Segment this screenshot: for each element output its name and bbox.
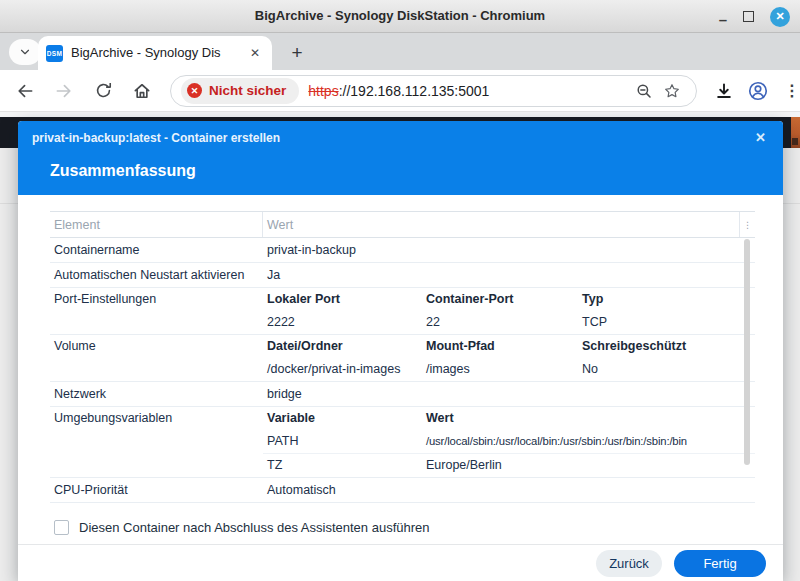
- column-menu-icon[interactable]: ⋮: [739, 212, 755, 237]
- back-button[interactable]: [8, 74, 42, 108]
- sub-value-line: TZEurope/Berlin: [263, 453, 755, 477]
- sub-value: /usr/local/sbin:/usr/local/bin:/usr/sbin…: [422, 430, 755, 453]
- forward-button[interactable]: [47, 74, 81, 108]
- sub-header: Variable: [263, 407, 422, 430]
- new-tab-button[interactable]: +: [284, 40, 310, 66]
- sub-header: Schreibgeschützt: [578, 335, 755, 358]
- table-row[interactable]: UmgebungsvariablenVariableWertPATH/usr/l…: [50, 407, 755, 478]
- window-close-button[interactable]: ✕: [770, 7, 790, 27]
- desktop-wallpaper-edge: [791, 117, 800, 148]
- dsm-favicon-icon: DSM: [46, 45, 63, 62]
- sub-header-line: Lokaler PortContainer-PortTyp: [263, 288, 755, 311]
- sub-value-line: PATH/usr/local/sbin:/usr/local/bin:/usr/…: [263, 430, 755, 453]
- download-icon: [714, 81, 734, 101]
- row-value-text: privat-in-backup: [263, 238, 755, 262]
- row-value-area: privat-in-backup: [263, 238, 755, 262]
- column-header-wert[interactable]: Wert: [263, 212, 739, 237]
- row-label: Containername: [50, 238, 263, 262]
- sub-value: TCP: [578, 311, 755, 334]
- table-row[interactable]: VolumeDatei/OrdnerMount-PfadSchreibgesch…: [50, 335, 755, 382]
- summary-table: Element Wert ⋮ Containernameprivat-in-ba…: [50, 211, 755, 503]
- sub-header: Typ: [578, 288, 755, 311]
- address-bar[interactable]: ✕ Nicht sicher https://192.168.112.135:5…: [170, 75, 697, 107]
- home-button[interactable]: [125, 74, 159, 108]
- window-controls: – ✕: [719, 0, 790, 33]
- magnifier-minus-icon: [635, 82, 653, 100]
- row-value-area: Automatisch: [263, 478, 755, 502]
- maximize-button[interactable]: [743, 11, 754, 22]
- not-secure-icon: ✕: [187, 83, 202, 98]
- sub-header-line: VariableWert: [263, 407, 755, 430]
- three-dots-icon: ⋮: [784, 81, 800, 100]
- row-value-text: Automatisch: [263, 478, 755, 502]
- dialog-title: privat-in-backup:latest - Container erst…: [32, 131, 280, 145]
- finish-button[interactable]: Fertig: [674, 550, 766, 577]
- row-label: Netzwerk: [50, 382, 263, 406]
- toolbar-actions: ⋮: [707, 74, 800, 108]
- table-scrollbar[interactable]: [744, 239, 750, 465]
- row-value-text: Ja: [263, 263, 755, 287]
- row-label: Automatischen Neustart aktivieren: [50, 263, 263, 287]
- url-scheme: https: [308, 83, 338, 99]
- sub-value: TZ: [263, 454, 422, 477]
- back-step-button[interactable]: Zurück: [596, 550, 662, 577]
- download-button[interactable]: [707, 74, 741, 108]
- browser-tab[interactable]: DSM BigArchive - Synology Dis ✕: [38, 36, 272, 70]
- sub-value: Europe/Berlin: [422, 454, 755, 477]
- sub-header: Wert: [422, 407, 755, 430]
- row-value-area: Datei/OrdnerMount-PfadSchreibgeschützt/d…: [263, 335, 755, 381]
- url-text[interactable]: https://192.168.112.135:5001: [308, 83, 489, 99]
- reload-icon: [94, 81, 113, 100]
- star-icon: [663, 82, 681, 100]
- checkbox-label: Diesen Container nach Abschluss des Assi…: [79, 520, 430, 535]
- window-title: BigArchive - Synology DiskStation - Chro…: [0, 0, 800, 32]
- window-titlebar: BigArchive - Synology DiskStation - Chro…: [0, 0, 800, 33]
- row-value: Automatisch: [263, 478, 755, 502]
- sub-header: Container-Port: [422, 288, 578, 311]
- sub-value: No: [578, 358, 755, 381]
- minimize-button[interactable]: –: [719, 15, 727, 25]
- profile-icon: [747, 80, 769, 102]
- bookmark-button[interactable]: [658, 77, 686, 105]
- url-rest: ://192.168.112.135:5001: [339, 83, 490, 99]
- table-row[interactable]: Automatischen Neustart aktivierenJa: [50, 263, 755, 288]
- table-row[interactable]: Port-EinstellungenLokaler PortContainer-…: [50, 288, 755, 335]
- dialog-close-button[interactable]: ✕: [751, 128, 770, 147]
- sub-header-line: Datei/OrdnerMount-PfadSchreibgeschützt: [263, 335, 755, 358]
- reload-button[interactable]: [86, 74, 120, 108]
- dialog-header: privat-in-backup:latest - Container erst…: [18, 121, 783, 195]
- sub-value: 2222: [263, 311, 422, 334]
- row-value-area: bridge: [263, 382, 755, 406]
- row-label: Port-Einstellungen: [50, 288, 263, 334]
- row-value-area: VariableWertPATH/usr/local/sbin:/usr/loc…: [263, 407, 755, 477]
- forward-arrow-icon: [54, 81, 74, 101]
- back-arrow-icon: [15, 81, 35, 101]
- table-header-row: Element Wert ⋮: [50, 212, 755, 238]
- row-label: CPU-Priorität: [50, 478, 263, 502]
- row-value: bridge: [263, 382, 755, 406]
- container-wizard-dialog: privat-in-backup:latest - Container erst…: [18, 121, 783, 581]
- tab-search-button[interactable]: [9, 39, 41, 65]
- tab-title: BigArchive - Synology Dis: [71, 45, 246, 61]
- page-viewport: privat-in-backup:latest - Container erst…: [0, 112, 800, 581]
- tab-close-icon[interactable]: ✕: [246, 44, 264, 62]
- security-label: Nicht sicher: [209, 83, 286, 98]
- run-after-wizard-checkbox[interactable]: [54, 520, 69, 535]
- row-value-area: Lokaler PortContainer-PortTyp222222TCP: [263, 288, 755, 334]
- table-row[interactable]: Containernameprivat-in-backup: [50, 238, 755, 263]
- chevron-down-icon: [18, 45, 32, 59]
- row-label: Umgebungsvariablen: [50, 407, 263, 477]
- browser-menu-button[interactable]: ⋮: [775, 74, 800, 108]
- sub-header: Lokaler Port: [263, 288, 422, 311]
- table-row[interactable]: CPU-PrioritätAutomatisch: [50, 478, 755, 503]
- zoom-out-button[interactable]: [630, 77, 658, 105]
- sub-value: /docker/privat-in-images: [263, 358, 422, 381]
- column-header-element[interactable]: Element: [50, 212, 263, 237]
- security-chip[interactable]: ✕ Nicht sicher: [181, 78, 299, 104]
- dialog-step-heading: Zusammenfassung: [50, 162, 196, 180]
- dialog-body: Element Wert ⋮ Containernameprivat-in-ba…: [18, 195, 783, 535]
- table-row[interactable]: Netzwerkbridge: [50, 382, 755, 407]
- dialog-footer: Zurück Fertig: [18, 544, 783, 581]
- profile-button[interactable]: [741, 74, 775, 108]
- sub-value-line: 222222TCP: [263, 311, 755, 334]
